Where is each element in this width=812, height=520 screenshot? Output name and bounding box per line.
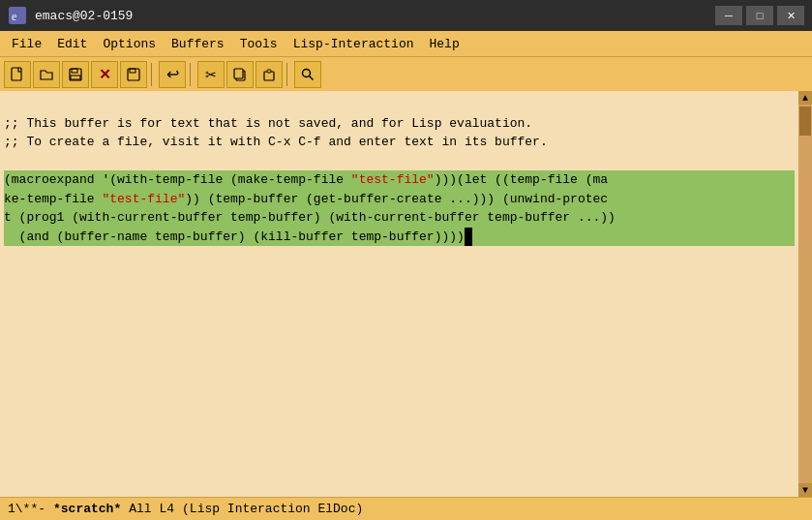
comment-line-1: ;; This buffer is for text that is not s… (4, 116, 532, 131)
status-bar: 1\**- *scratch* All L4 (Lisp Interaction… (0, 497, 812, 520)
code-line-2: ke-temp-file "test-file")) (temp-buffer … (4, 190, 795, 209)
menu-lisp-interaction[interactable]: Lisp-Interaction (286, 35, 422, 53)
editor-content[interactable]: ;; This buffer is for text that is not s… (0, 91, 798, 497)
menu-help[interactable]: Help (422, 35, 467, 53)
status-buffer-name: *scratch* (53, 502, 121, 516)
find-button[interactable] (294, 61, 321, 88)
svg-rect-9 (234, 69, 243, 78)
status-position: All L4 (129, 502, 174, 516)
minimize-button[interactable]: ─ (715, 6, 742, 25)
status-left: 1\**- *scratch* All L4 (Lisp Interaction… (8, 502, 363, 516)
status-mode-indicator: 1\**- (8, 502, 45, 516)
menu-options[interactable]: Options (95, 35, 164, 53)
svg-rect-11 (267, 70, 271, 73)
toolbar-separator-2 (190, 63, 194, 86)
toolbar: ✕ ↩ ✂ (0, 56, 812, 91)
status-major-mode: (Lisp Interaction ElDoc) (182, 502, 363, 516)
svg-text:e: e (12, 10, 16, 23)
undo-button[interactable]: ↩ (159, 61, 186, 88)
svg-rect-2 (12, 68, 21, 80)
menu-edit[interactable]: Edit (49, 35, 95, 53)
scroll-thumb[interactable] (799, 107, 811, 136)
toolbar-separator-3 (286, 63, 290, 86)
toolbar-separator-1 (151, 63, 155, 86)
menu-tools[interactable]: Tools (232, 35, 286, 53)
menu-bar: File Edit Options Buffers Tools Lisp-Int… (0, 31, 812, 56)
scroll-down-arrow[interactable]: ▼ (798, 483, 812, 497)
close-buffer-button[interactable]: ✕ (91, 61, 118, 88)
code-line-1: (macroexpand '(with-temp-file (make-temp… (4, 170, 795, 190)
new-file-button[interactable] (4, 61, 31, 88)
scrollbar[interactable]: ▲ ▼ (798, 91, 812, 497)
maximize-button[interactable]: □ (746, 6, 773, 25)
open-file-button[interactable] (33, 61, 60, 88)
app-icon: e (8, 6, 27, 25)
copy-button[interactable] (226, 61, 254, 88)
blank-line (4, 154, 12, 168)
close-button[interactable]: ✕ (777, 6, 804, 25)
scroll-up-arrow[interactable]: ▲ (798, 91, 812, 105)
code-line-3: t (prog1 (with-current-buffer temp-buffe… (4, 208, 795, 228)
paste-button[interactable] (256, 61, 283, 88)
window-title: emacs@02-0159 (35, 9, 715, 23)
cut-button[interactable]: ✂ (197, 61, 225, 88)
window-controls[interactable]: ─ □ ✕ (715, 6, 804, 25)
text-cursor (465, 228, 472, 247)
title-bar: e emacs@02-0159 ─ □ ✕ (0, 0, 812, 31)
editor-container: ;; This buffer is for text that is not s… (0, 91, 812, 497)
code-line-4: (and (buffer-name temp-buffer) (kill-buf… (4, 228, 795, 247)
save-alt-button[interactable] (120, 61, 147, 88)
svg-rect-5 (71, 76, 80, 79)
menu-file[interactable]: File (4, 35, 49, 53)
svg-line-13 (310, 76, 314, 79)
menu-buffers[interactable]: Buffers (164, 35, 232, 53)
save-button[interactable] (62, 61, 89, 88)
code-area: ;; This buffer is for text that is not s… (4, 95, 795, 284)
comment-line-2: ;; To create a file, visit it with C-x C… (4, 135, 548, 149)
svg-point-12 (303, 69, 311, 76)
